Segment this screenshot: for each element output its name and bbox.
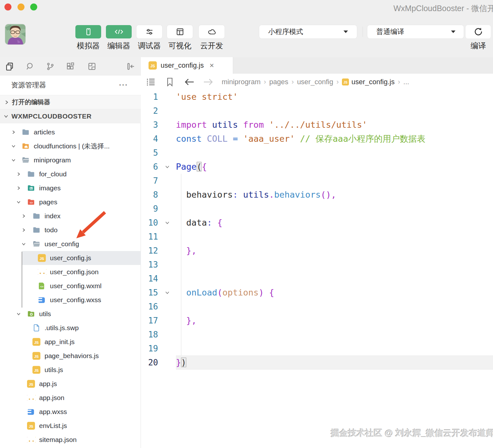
- section-open-editors[interactable]: 打开的编辑器: [0, 95, 141, 109]
- tree-item-app.json[interactable]: {..}app.json: [0, 391, 141, 405]
- folder-utils-icon: [27, 310, 35, 318]
- toolbar-button-2[interactable]: [106, 25, 132, 38]
- tree-item-user_config[interactable]: user_config: [0, 237, 141, 251]
- tree-item-label: app.js: [39, 380, 57, 388]
- tree-item-cloudfunctions-...[interactable]: cloudfunctions | (未选择...: [0, 139, 141, 153]
- files-icon[interactable]: [5, 62, 14, 71]
- fold-chevron-icon[interactable]: [163, 160, 172, 174]
- tree-item-page_behaviors.js[interactable]: JSpage_behaviors.js: [0, 349, 141, 363]
- editor-region: JS user_config.js × miniprogram›pages›us…: [141, 57, 493, 448]
- toolbar-button-3[interactable]: [136, 25, 162, 38]
- tree-item-app.wxss[interactable]: app.wxss: [0, 405, 141, 419]
- tree-item-label: for_cloud: [39, 170, 66, 178]
- tree-item-label: user_config.wxml: [50, 282, 101, 290]
- line-number: 19: [141, 342, 158, 356]
- close-window-button[interactable]: [4, 3, 11, 10]
- code-line-6: Page({: [176, 160, 207, 174]
- tree-item-label: user_config: [45, 240, 79, 248]
- code-area[interactable]: 1'use strict'23import utils from '../../…: [141, 90, 493, 448]
- breadcrumb-separator: ›: [264, 78, 266, 86]
- tree-item-label: app.json: [39, 394, 64, 402]
- line-number: 14: [141, 272, 158, 286]
- tree-item-index[interactable]: index: [0, 209, 141, 223]
- toolbar-button-label: 调试器: [136, 41, 162, 51]
- compile-button-label: 编译: [466, 41, 491, 51]
- code-line-12: },: [176, 244, 197, 258]
- tree-item-envList.js[interactable]: JSenvList.js: [0, 419, 141, 433]
- toolbar-button-label: 云开发: [199, 41, 225, 51]
- code-line-8: behaviors: utils.behaviors(),: [176, 188, 336, 202]
- tree-item-.utils.js.swp[interactable]: .utils.js.swp: [0, 321, 141, 335]
- bookmark-icon[interactable]: [166, 77, 174, 87]
- close-tab-icon[interactable]: ×: [210, 61, 214, 70]
- tree-item-utils.js[interactable]: JSutils.js: [0, 363, 141, 377]
- minimize-window-button[interactable]: [17, 3, 24, 10]
- collapse-sidebar-icon[interactable]: [126, 62, 135, 71]
- tree-item-utils[interactable]: utils: [0, 307, 141, 321]
- tree-item-todo[interactable]: todo: [0, 223, 141, 237]
- tree-item-articles[interactable]: articles: [0, 125, 141, 139]
- chevron-right-icon: [22, 228, 26, 232]
- explorer-header: 资源管理器 …: [0, 76, 141, 95]
- tab-user-config-js[interactable]: JS user_config.js ×: [141, 57, 233, 74]
- mode-select[interactable]: 小程序模式: [259, 25, 357, 38]
- tree-item-app.js[interactable]: JSapp.js: [0, 377, 141, 391]
- tree-item-user_config.wxml[interactable]: <>user_config.wxml: [0, 279, 141, 293]
- zoom-window-button[interactable]: [30, 3, 37, 10]
- svg-text:JS: JS: [344, 81, 348, 84]
- breadcrumb-item-pages[interactable]: pages: [269, 78, 288, 86]
- tree-item-user_config.json[interactable]: {..}user_config.json: [0, 265, 141, 279]
- breadcrumb-item-miniprogram[interactable]: miniprogram: [222, 78, 260, 86]
- breadcrumb-item-user_config[interactable]: user_config: [297, 78, 333, 86]
- file-json-icon: {..}: [27, 436, 36, 444]
- toolbar-button-1[interactable]: [75, 25, 101, 38]
- source-control-icon[interactable]: [45, 62, 55, 71]
- tree-item-label: user_config.js: [50, 254, 91, 262]
- avatar[interactable]: [5, 24, 25, 44]
- folder-cloud-icon: [22, 142, 30, 150]
- back-arrow-icon[interactable]: [184, 78, 195, 86]
- tree-item-for_cloud[interactable]: for_cloud: [0, 167, 141, 181]
- outline-list-icon[interactable]: [146, 77, 156, 87]
- fold-chevron-icon[interactable]: [163, 286, 172, 300]
- tree-item-user_config.wxss[interactable]: user_config.wxss: [0, 293, 141, 307]
- more-actions-icon[interactable]: …: [118, 77, 128, 88]
- svg-text:JS: JS: [150, 64, 155, 68]
- svg-text:JS: JS: [34, 341, 38, 344]
- titlebar: WxMpCloudBooster - 微信开发者工具 模拟器编辑器调试器可视化云…: [0, 0, 493, 57]
- chevron-down-icon: [344, 31, 348, 33]
- toolbar-button-label: 编辑器: [106, 41, 132, 51]
- svg-text:JS: JS: [29, 424, 33, 428]
- tree-item-label: app_init.js: [45, 338, 75, 346]
- section-project-root[interactable]: WXMPCLOUDBOOSTER: [0, 109, 141, 123]
- toolbar-button-5[interactable]: [199, 25, 225, 38]
- file-js-icon: JS: [27, 422, 35, 430]
- breadcrumb-item-user_config.js[interactable]: JSuser_config.js: [342, 78, 395, 86]
- tree-item-user_config.js[interactable]: JSuser_config.js: [0, 251, 141, 265]
- tree-item-miniprogram[interactable]: miniprogram: [0, 153, 141, 167]
- component-icon[interactable]: [87, 62, 97, 71]
- file-json-icon: {..}: [38, 268, 46, 276]
- tree-item-pages[interactable]: <>pages: [0, 195, 141, 209]
- svg-text:JS: JS: [34, 369, 38, 372]
- compile-button[interactable]: [466, 25, 491, 38]
- line-number: 3: [141, 118, 158, 132]
- line-number: 15: [141, 286, 158, 300]
- line-number: 17: [141, 314, 158, 328]
- toolbar-button-4[interactable]: [167, 25, 193, 38]
- layout-icon: [176, 27, 184, 36]
- compile-mode-select[interactable]: 普通编译: [367, 25, 464, 38]
- folder-blue-icon: [32, 226, 40, 234]
- forward-arrow-icon[interactable]: [203, 78, 214, 86]
- tree-item-sitemap.json[interactable]: {..}sitemap.json: [0, 433, 141, 447]
- file-js-icon: JS: [38, 254, 46, 262]
- tree-item-app_init.js[interactable]: JSapp_init.js: [0, 335, 141, 349]
- breadcrumb-item-...[interactable]: ...: [403, 78, 409, 86]
- search-icon[interactable]: [25, 62, 35, 71]
- sidebar: 资源管理器 … 打开的编辑器 WXMPCLOUDBOOSTER articles…: [0, 57, 141, 448]
- tree-item-images[interactable]: images: [0, 181, 141, 195]
- extensions-icon[interactable]: [66, 62, 75, 71]
- fold-chevron-icon[interactable]: [163, 216, 172, 230]
- toolbar-divider: [363, 27, 363, 37]
- tree-item-label: .utils.js.swp: [45, 324, 79, 332]
